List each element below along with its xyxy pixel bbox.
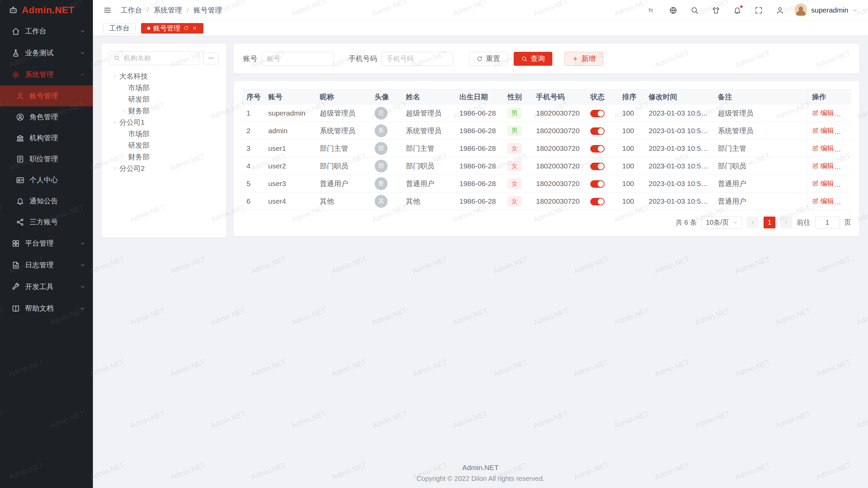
add-button[interactable]: 新增	[565, 52, 603, 66]
cell-name: 部门职员	[401, 157, 455, 175]
refresh-icon[interactable]	[183, 25, 189, 31]
tabs-bar: 工作台 账号管理	[93, 20, 868, 36]
column-header: 状态	[586, 89, 617, 104]
account-label: 账号	[243, 54, 257, 63]
bell-icon[interactable]	[733, 6, 742, 15]
search-icon	[114, 55, 120, 61]
close-icon[interactable]	[192, 25, 197, 31]
chevron-down-icon	[80, 262, 85, 268]
status-toggle[interactable]	[590, 198, 605, 205]
avatar: 其	[375, 195, 388, 208]
cell-sort: 100	[617, 104, 644, 122]
menu-collapse-button[interactable]	[103, 6, 112, 15]
tree-node[interactable]: 大名科技	[109, 70, 219, 82]
prev-page-button[interactable]	[747, 217, 759, 228]
sidebar-item-business-test[interactable]: 业务测试	[0, 42, 93, 64]
next-page-button[interactable]	[780, 217, 792, 228]
caret-down-icon[interactable]	[111, 74, 119, 79]
edit-button[interactable]: 编辑	[812, 126, 834, 135]
total-count: 共 6 条	[676, 218, 697, 227]
cell-operations: 编辑	[807, 104, 851, 122]
cell-avatar: 系	[370, 122, 401, 140]
sidebar-item-dev-tools[interactable]: 开发工具	[0, 276, 93, 298]
breadcrumb-item[interactable]: 系统管理	[154, 5, 182, 15]
sidebar-item-help-docs[interactable]: 帮助文档	[0, 298, 93, 319]
table-panel: 序号账号昵称头像姓名出生日期性别手机号码状态排序修改时间备注操作 1supera…	[234, 81, 859, 236]
goto-label: 前往	[797, 218, 810, 227]
tree-node[interactable]: 财务部	[109, 105, 219, 117]
status-toggle[interactable]	[590, 145, 605, 152]
cell-avatar: 超	[370, 104, 401, 122]
theme-icon[interactable]	[712, 6, 720, 15]
tree-node[interactable]: 财务部	[109, 151, 219, 163]
org-search-input[interactable]	[109, 51, 199, 65]
cell-account: superadmin	[263, 104, 315, 122]
tree-node[interactable]: 研发部	[109, 140, 219, 151]
chevron-down-icon	[80, 284, 85, 290]
sidebar-item-log-management[interactable]: 日志管理	[0, 254, 93, 276]
page-number-current[interactable]: 1	[764, 217, 775, 228]
caret-right-icon[interactable]	[119, 108, 128, 114]
sidebar-item-account-management[interactable]: 账号管理	[0, 85, 93, 106]
sidebar-item-notice-announcement[interactable]: 通知公告	[0, 190, 93, 211]
tab-workbench[interactable]: 工作台	[103, 23, 136, 34]
tab-account-management[interactable]: 账号管理	[141, 23, 203, 34]
status-toggle[interactable]	[590, 163, 605, 170]
status-toggle[interactable]	[590, 180, 605, 188]
table-row: 2admin系统管理员系系统管理员1986-06-28男180200307201…	[242, 122, 851, 140]
breadcrumb-item[interactable]: 工作台	[121, 5, 142, 15]
tree-node[interactable]: 分公司1	[109, 117, 219, 128]
status-toggle[interactable]	[590, 127, 605, 135]
sidebar-item-system-management[interactable]: 系统管理	[0, 64, 93, 85]
chevron-down-icon	[80, 241, 85, 246]
help-icon	[12, 304, 20, 313]
app-logo[interactable]: Admin.NET	[0, 0, 93, 20]
user-avatar[interactable]	[794, 4, 807, 17]
cell-remark: 系统管理员	[713, 122, 807, 140]
edit-button[interactable]: 编辑	[812, 108, 834, 118]
tree-node-label: 分公司2	[119, 164, 145, 173]
tree-node[interactable]: 研发部	[109, 94, 219, 105]
phone-input[interactable]	[381, 52, 453, 66]
font-size-icon[interactable]: Tt	[648, 6, 656, 15]
edit-button[interactable]: 编辑	[812, 144, 834, 153]
goto-page-input[interactable]	[815, 216, 840, 229]
user-icon[interactable]	[776, 6, 784, 15]
sidebar-item-third-party-account[interactable]: 三方账号	[0, 211, 93, 232]
cell-index: 2	[242, 122, 263, 140]
cell-name: 超级管理员	[401, 104, 455, 122]
tree-more-button[interactable]	[203, 52, 219, 64]
sidebar-item-position-management[interactable]: 职位管理	[0, 148, 93, 169]
page-size-select[interactable]: 10条/页	[702, 216, 742, 229]
sidebar-item-personal-center[interactable]: 个人中心	[0, 169, 93, 190]
tree-node[interactable]: 分公司2	[109, 163, 219, 174]
sidebar-item-label: 系统管理	[25, 70, 80, 79]
status-toggle[interactable]	[590, 110, 605, 117]
edit-button[interactable]: 编辑	[812, 161, 834, 170]
sidebar-item-workbench[interactable]: 工作台	[0, 20, 93, 42]
search-icon[interactable]	[690, 6, 699, 15]
edit-button[interactable]: 编辑	[812, 197, 834, 206]
cell-account: user1	[263, 140, 315, 157]
sidebar-item-platform-management[interactable]: 平台管理	[0, 232, 93, 254]
tree-node[interactable]: 市场部	[109, 128, 219, 140]
cell-gender: 男	[503, 122, 531, 140]
fullscreen-icon[interactable]	[754, 6, 763, 15]
caret-placeholder	[119, 85, 128, 90]
edit-button[interactable]: 编辑	[812, 179, 834, 188]
caret-down-icon[interactable]	[111, 120, 119, 125]
search-button[interactable]: 查询	[514, 52, 552, 66]
sidebar-item-role-management[interactable]: 角色管理	[0, 106, 93, 127]
column-header: 排序	[617, 89, 644, 104]
cell-remark: 超级管理员	[713, 104, 807, 122]
sidebar-item-org-management[interactable]: 机构管理	[0, 127, 93, 148]
reset-button[interactable]: 重置	[469, 52, 508, 66]
caret-placeholder	[119, 97, 128, 102]
user-menu[interactable]: superadmin	[794, 4, 858, 17]
table-row: 5user3普通用户普普通用户1986-06-28女18020030720100…	[242, 175, 851, 192]
cell-avatar: 其	[370, 192, 401, 210]
globe-icon[interactable]	[669, 6, 677, 15]
caret-right-icon[interactable]	[111, 166, 119, 171]
account-input[interactable]	[262, 52, 334, 66]
tree-node[interactable]: 市场部	[109, 82, 219, 94]
